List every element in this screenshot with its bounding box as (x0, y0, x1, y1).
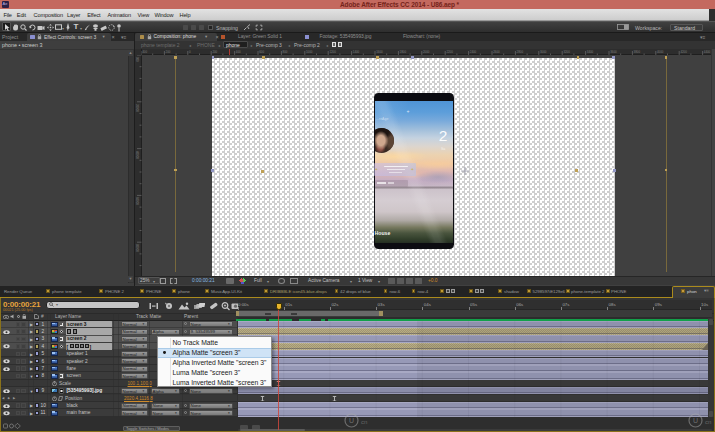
svg-text:3400: 3400 (587, 49, 594, 53)
svg-text:1000: 1000 (306, 49, 313, 53)
svg-text:1600: 1600 (376, 49, 383, 53)
svg-text:1400: 1400 (353, 49, 360, 53)
svg-text:4000: 4000 (657, 49, 664, 53)
svg-text:0: 0 (189, 49, 191, 53)
svg-text:800: 800 (283, 49, 288, 53)
svg-text:cn: cn (705, 419, 711, 425)
svg-text:1200: 1200 (329, 49, 336, 53)
svg-text:400: 400 (142, 49, 147, 53)
svg-text:2400: 2400 (470, 49, 477, 53)
svg-text:2000: 2000 (423, 49, 430, 53)
svg-text:cn: cn (361, 419, 367, 425)
svg-text:400: 400 (236, 49, 241, 53)
svg-text:200: 200 (212, 49, 217, 53)
svg-text:3000: 3000 (540, 49, 547, 53)
svg-text:U: U (693, 417, 698, 424)
svg-text:2600: 2600 (493, 49, 500, 53)
svg-text:3200: 3200 (563, 49, 570, 53)
svg-text:U: U (349, 417, 354, 424)
svg-text:2800: 2800 (517, 49, 524, 53)
svg-text:2200: 2200 (446, 49, 453, 53)
svg-text:200: 200 (166, 49, 171, 53)
svg-text:600: 600 (259, 49, 264, 53)
svg-text:1800: 1800 (400, 49, 407, 53)
svg-text:3800: 3800 (634, 49, 641, 53)
svg-text:4200: 4200 (680, 49, 687, 53)
svg-text:3600: 3600 (610, 49, 617, 53)
